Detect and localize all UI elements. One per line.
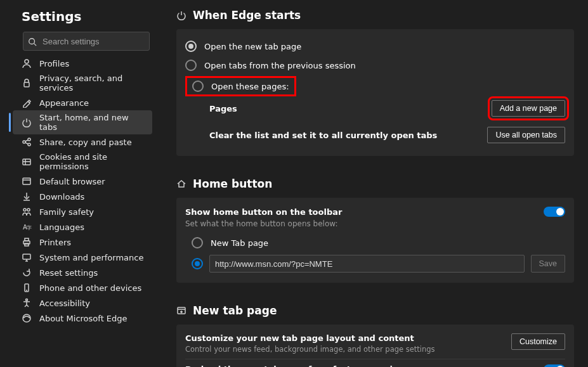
settings-sidebar: Settings Profiles Privacy, search, and s…	[0, 0, 165, 367]
system-icon	[22, 252, 32, 262]
reset-icon	[22, 267, 32, 278]
clear-label: Clear the list and set it to all current…	[209, 131, 437, 140]
sidebar-item-label: Start, home, and new tabs	[39, 113, 146, 132]
sidebar-item-appearance[interactable]: Appearance	[13, 95, 152, 110]
svg-point-16	[27, 209, 30, 211]
power-icon	[22, 117, 32, 127]
svg-line-1	[34, 44, 37, 46]
svg-rect-20	[25, 238, 29, 241]
start-option-open-these-pages[interactable]: Open these pages:	[185, 75, 565, 98]
radio-icon	[185, 41, 197, 52]
ntp-preload-title: Preload the new tab page for a faster ex…	[185, 364, 515, 367]
sidebar-item-profiles[interactable]: Profiles	[13, 56, 152, 71]
sidebar-item-label: Appearance	[39, 98, 89, 108]
new-tab-icon	[176, 306, 186, 316]
printer-icon	[22, 237, 32, 247]
sidebar-item-share-copy-paste[interactable]: Share, copy and paste	[13, 134, 152, 150]
show-home-row: Show home button on the toolbar	[185, 205, 565, 218]
edge-icon	[22, 313, 32, 323]
add-new-page-button[interactable]: Add a new page	[492, 100, 565, 117]
ntp-preload-text: Preload the new tab page for a faster ex…	[185, 364, 515, 367]
sidebar-item-label: About Microsoft Edge	[39, 314, 127, 323]
radio-label: Open the new tab page	[204, 42, 301, 51]
home-url-save-button[interactable]: Save	[531, 255, 566, 273]
highlight-open-these-pages: Open these pages:	[185, 76, 296, 96]
sidebar-item-default-browser[interactable]: Default browser	[13, 174, 152, 189]
sidebar-item-label: Default browser	[39, 177, 105, 186]
radio-label: Open these pages:	[211, 82, 289, 91]
sidebar-item-cookies[interactable]: Cookies and site permissions	[13, 150, 152, 174]
radio-icon	[192, 80, 204, 92]
ntp-preload-toggle[interactable]	[544, 364, 565, 367]
svg-point-6	[28, 143, 30, 146]
ntp-preload-row: Preload the new tab page for a faster ex…	[185, 359, 565, 367]
svg-point-2	[25, 60, 29, 63]
phone-icon	[22, 283, 32, 293]
when-edge-starts-heading: When Edge starts	[176, 9, 574, 22]
home-url-input[interactable]	[209, 255, 525, 273]
radio-icon	[185, 60, 197, 71]
new-tab-page-card: Customize your new tab page layout and c…	[176, 325, 574, 367]
sidebar-item-label: Accessibility	[39, 299, 90, 308]
family-icon	[22, 207, 32, 217]
svg-point-5	[28, 138, 30, 141]
use-all-open-tabs-button[interactable]: Use all open tabs	[487, 127, 565, 143]
settings-main: When Edge starts Open the new tab page O…	[165, 0, 588, 367]
sidebar-item-downloads[interactable]: Downloads	[13, 189, 152, 204]
svg-point-15	[23, 209, 26, 211]
start-option-previous-session[interactable]: Open tabs from the previous session	[185, 56, 565, 75]
clear-row: Clear the list and set it to all current…	[185, 124, 565, 146]
radio-icon	[192, 237, 203, 248]
ntp-customize-text: Customize your new tab page layout and c…	[185, 333, 435, 354]
sidebar-item-start-home-new-tabs[interactable]: Start, home, and new tabs	[13, 110, 152, 134]
home-button-heading: Home button	[176, 177, 574, 190]
home-button-card: Show home button on the toolbar Set what…	[176, 198, 574, 283]
sidebar-item-privacy[interactable]: Privacy, search, and services	[13, 71, 152, 95]
sidebar-item-label: Family safety	[39, 207, 94, 217]
sidebar-item-reset[interactable]: Reset settings	[13, 265, 152, 280]
svg-point-0	[29, 39, 35, 44]
heading-text: Home button	[193, 177, 272, 190]
start-option-new-tab[interactable]: Open the new tab page	[185, 37, 565, 56]
search-icon	[28, 37, 37, 46]
svg-point-4	[23, 141, 25, 143]
ntp-customize-button[interactable]: Customize	[511, 333, 565, 350]
page-title: Settings	[9, 6, 152, 32]
svg-rect-21	[25, 243, 29, 246]
share-icon	[22, 137, 32, 147]
sidebar-item-phone[interactable]: Phone and other devices	[13, 280, 152, 295]
new-tab-page-heading: New tab page	[176, 304, 574, 317]
languages-icon: A字	[22, 222, 32, 232]
lock-icon	[22, 78, 32, 88]
svg-line-7	[25, 140, 28, 141]
svg-rect-22	[23, 254, 30, 259]
ntp-customize-sub: Control your news feed, background image…	[185, 345, 435, 354]
when-edge-starts-card: Open the new tab page Open tabs from the…	[176, 29, 574, 156]
show-home-subtext: Set what the home button opens below:	[185, 219, 565, 228]
sidebar-item-languages[interactable]: A字 Languages	[13, 219, 152, 235]
sidebar-item-printers[interactable]: Printers	[13, 235, 152, 250]
download-icon	[22, 191, 32, 202]
ntp-customize-title: Customize your new tab page layout and c…	[185, 333, 435, 343]
search-input[interactable]	[23, 32, 150, 51]
search-wrap	[23, 32, 150, 51]
sidebar-item-label: Cookies and site permissions	[39, 152, 146, 171]
sidebar-item-family[interactable]: Family safety	[13, 204, 152, 219]
sidebar-item-accessibility[interactable]: Accessibility	[13, 295, 152, 311]
sidebar-item-label: Phone and other devices	[39, 283, 141, 293]
svg-point-27	[26, 299, 28, 301]
appearance-icon	[22, 98, 32, 108]
sidebar-item-system[interactable]: System and performance	[13, 250, 152, 265]
radio-label: Open tabs from the previous session	[204, 61, 356, 70]
home-option-new-tab[interactable]: New Tab page	[185, 233, 565, 252]
radio-label: New Tab page	[211, 238, 268, 248]
radio-icon[interactable]	[192, 258, 203, 269]
sidebar-item-label: Languages	[39, 222, 84, 232]
show-home-label: Show home button on the toolbar	[185, 207, 342, 217]
power-icon	[176, 10, 186, 20]
sidebar-item-about[interactable]: About Microsoft Edge	[13, 311, 152, 326]
sidebar-item-label: Reset settings	[39, 268, 98, 278]
cookies-icon	[22, 157, 32, 167]
svg-rect-3	[24, 82, 29, 87]
show-home-toggle[interactable]	[544, 207, 565, 217]
